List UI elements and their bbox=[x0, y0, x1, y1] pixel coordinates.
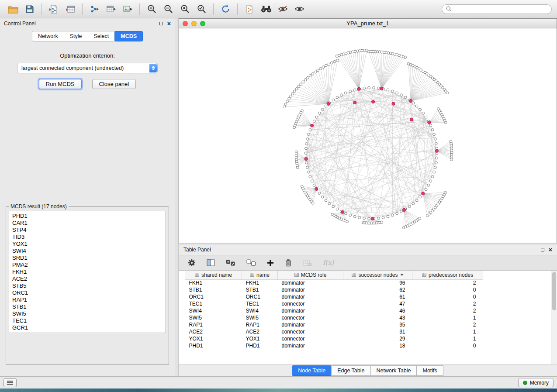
search-objects-button[interactable] bbox=[258, 2, 274, 16]
result-item[interactable]: STP4 bbox=[9, 227, 166, 234]
result-item[interactable]: ORC1 bbox=[9, 289, 166, 296]
node-table-cell: dominator bbox=[278, 342, 343, 349]
mcds-result-list[interactable]: PHD1CAR1STP4TID3YOX1SWI4SRD1PMA2FKH1ACE2… bbox=[9, 211, 166, 333]
select-all-button[interactable] bbox=[225, 258, 236, 267]
node-table-cell: connector bbox=[278, 300, 343, 307]
tab-style[interactable]: Style bbox=[64, 31, 88, 41]
panel-divider[interactable] bbox=[175, 18, 179, 376]
node-table-row[interactable]: STB1STB1dominator620 bbox=[185, 286, 551, 293]
delete-table-button[interactable] bbox=[302, 258, 313, 267]
result-item[interactable]: SWI5 bbox=[9, 310, 166, 317]
node-table-row[interactable]: RAP1RAP1dominator352 bbox=[185, 321, 551, 328]
zoom-fit-button[interactable] bbox=[177, 2, 193, 16]
column-header-predecessor-nodes[interactable]: predecessor nodes bbox=[412, 271, 483, 279]
result-item[interactable]: SWI4 bbox=[9, 248, 166, 254]
node-table-cell: ORC1 bbox=[185, 293, 242, 300]
close-panel-button[interactable]: Close panel bbox=[92, 79, 136, 89]
node-table-cell: 29 bbox=[343, 335, 412, 342]
tab-mcds[interactable]: MCDS bbox=[114, 31, 143, 41]
node-table-cell: connector bbox=[278, 335, 343, 342]
search-input[interactable] bbox=[454, 6, 547, 13]
zoom-in-button[interactable] bbox=[144, 2, 159, 16]
column-header-successor-nodes[interactable]: successor nodes bbox=[343, 271, 412, 279]
show-graphics-details-button[interactable] bbox=[291, 2, 307, 16]
status-menu-button[interactable] bbox=[3, 378, 17, 387]
result-item[interactable]: TID3 bbox=[9, 234, 166, 241]
export-table-button[interactable] bbox=[103, 2, 119, 16]
tab-motifs[interactable]: Motifs bbox=[416, 365, 443, 376]
open-file-button[interactable] bbox=[5, 2, 21, 16]
node-table-cell: RAP1 bbox=[185, 321, 242, 328]
node-table-row[interactable]: YOX1YOX1connector291 bbox=[185, 335, 551, 342]
control-panel-tabs: Network Style Select MCDS bbox=[0, 29, 175, 45]
node-table-cell: 2 bbox=[412, 307, 483, 314]
save-session-button[interactable] bbox=[22, 2, 38, 16]
refresh-button[interactable] bbox=[218, 2, 233, 16]
node-table-row[interactable]: FKH1FKH1dominator962 bbox=[185, 279, 551, 286]
node-table-row[interactable]: SWI5SWI5connector431 bbox=[185, 314, 551, 321]
result-item[interactable]: GCR1 bbox=[9, 324, 166, 331]
import-table-file-button[interactable] bbox=[62, 2, 78, 16]
import-network-file-button[interactable] bbox=[46, 2, 62, 16]
show-columns-button[interactable] bbox=[206, 258, 216, 267]
node-table-cell: SWI5 bbox=[242, 314, 278, 321]
share-document-button[interactable] bbox=[242, 2, 257, 16]
deselect-all-button[interactable] bbox=[246, 258, 257, 267]
node-table-body: FKH1FKH1dominator962STB1STB1dominator620… bbox=[185, 279, 551, 349]
table-scrollbar[interactable] bbox=[551, 271, 557, 364]
column-grid-icon bbox=[250, 273, 254, 277]
export-image-button[interactable] bbox=[120, 2, 135, 16]
delete-column-button[interactable] bbox=[284, 258, 293, 268]
result-item[interactable]: ACE2 bbox=[9, 275, 166, 282]
node-table-row[interactable]: PHD1PHD1dominator180 bbox=[185, 342, 551, 349]
node-table-row[interactable]: ORC1ORC1dominator610 bbox=[185, 293, 551, 300]
tab-network[interactable]: Network bbox=[32, 31, 64, 41]
result-item[interactable]: STB5 bbox=[9, 282, 166, 289]
node-table-row[interactable]: ACE2ACE2connector311 bbox=[185, 328, 551, 335]
zoom-selected-button[interactable] bbox=[194, 2, 209, 16]
zoom-out-button[interactable] bbox=[160, 2, 176, 16]
tab-node-table[interactable]: Node Table bbox=[292, 365, 332, 376]
network-view-canvas[interactable] bbox=[179, 28, 557, 243]
result-item[interactable]: SRD1 bbox=[9, 254, 166, 261]
node-table: shared name name MCDS role successor nod… bbox=[185, 271, 551, 349]
tab-select[interactable]: Select bbox=[88, 31, 115, 41]
node-table-cell: SWI4 bbox=[185, 307, 242, 314]
result-item[interactable]: STB1 bbox=[9, 303, 166, 310]
search-icon bbox=[446, 6, 452, 12]
close-panel-icon[interactable]: × bbox=[167, 21, 171, 26]
table-scrollbar-thumb[interactable] bbox=[552, 272, 556, 310]
table-settings-button[interactable] bbox=[187, 258, 197, 268]
result-item[interactable]: PHD1 bbox=[9, 213, 166, 220]
network-window-titlebar[interactable]: YPA_prune.txt_1 bbox=[179, 19, 557, 28]
run-mcds-button[interactable]: Run MCDS bbox=[39, 79, 82, 89]
minimize-window-button[interactable] bbox=[191, 21, 197, 26]
column-header-name[interactable]: name bbox=[242, 271, 278, 279]
node-table-cell: 0 bbox=[412, 293, 483, 300]
close-table-panel-icon[interactable]: × bbox=[549, 247, 552, 252]
result-item[interactable]: CAR1 bbox=[9, 220, 166, 227]
float-table-panel-icon[interactable] bbox=[541, 248, 544, 251]
tab-edge-table[interactable]: Edge Table bbox=[331, 365, 370, 376]
node-table-row[interactable]: TEC1TEC1connector472 bbox=[185, 300, 551, 307]
result-item[interactable]: YOX1 bbox=[9, 241, 166, 248]
column-header-shared-name[interactable]: shared name bbox=[185, 271, 242, 279]
result-item[interactable]: PMA2 bbox=[9, 261, 166, 268]
result-item[interactable]: FKH1 bbox=[9, 268, 166, 275]
eye-icon bbox=[294, 5, 305, 13]
hide-graphics-details-button[interactable] bbox=[275, 2, 291, 16]
column-header-mcds-role[interactable]: MCDS role bbox=[278, 271, 343, 279]
maximize-window-button[interactable] bbox=[200, 21, 205, 26]
create-column-button[interactable] bbox=[266, 258, 275, 267]
result-item[interactable]: TEC1 bbox=[9, 317, 166, 324]
close-window-button[interactable] bbox=[183, 21, 188, 26]
result-item[interactable]: RAP1 bbox=[9, 296, 166, 303]
node-table-cell: dominator bbox=[278, 307, 343, 314]
float-panel-icon[interactable] bbox=[159, 22, 163, 25]
tab-network-table[interactable]: Network Table bbox=[370, 365, 417, 376]
export-network-button[interactable] bbox=[86, 2, 102, 16]
optimization-criterion-dropdown[interactable]: largest connected component (undirected) bbox=[17, 63, 158, 73]
memory-button[interactable]: Memory bbox=[518, 378, 554, 387]
node-table-row[interactable]: SWI4SWI4dominator462 bbox=[185, 307, 551, 314]
function-builder-button[interactable]: f(x) bbox=[322, 258, 335, 268]
